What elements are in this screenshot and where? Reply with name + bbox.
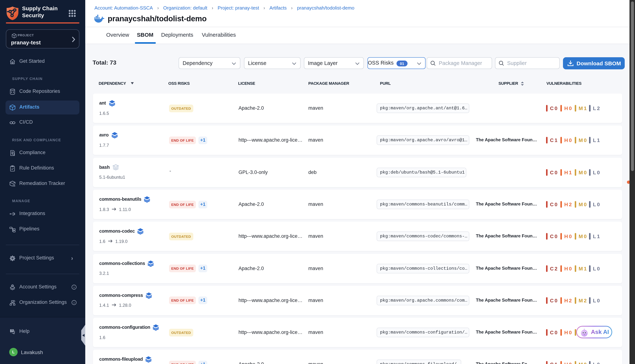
svg-text:?: ? xyxy=(11,329,13,332)
